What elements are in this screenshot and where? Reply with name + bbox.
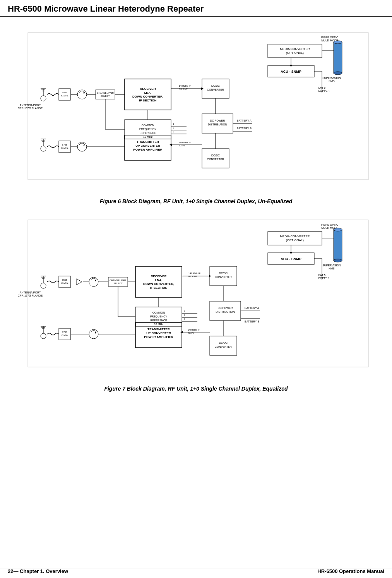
svg-text:6555: 6555 [62, 279, 67, 281]
svg-text:COMMON: COMMON [141, 124, 154, 127]
svg-point-3 [41, 96, 46, 101]
figure6-section: ANTENNA PORT CPR-137G FLANGE 6555 ±1MHz … [12, 29, 380, 204]
svg-point-185 [334, 259, 342, 262]
svg-point-147 [89, 329, 98, 339]
svg-text:CHANNEL PAIR: CHANNEL PAIR [97, 92, 114, 94]
svg-text:1: 1 [184, 310, 185, 312]
figure6-caption: Figure 6 Block Diagram, RF Unit, 1+0 Sin… [12, 198, 380, 204]
svg-text:FREQUENCY: FREQUENCY [139, 128, 156, 131]
svg-text:DISTRIBUTION: DISTRIBUTION [216, 310, 235, 313]
svg-text:DC/DC: DC/DC [211, 154, 219, 157]
svg-point-88 [334, 72, 342, 75]
page-title: HR-6500 Microwave Linear Heterodyne Repe… [8, 4, 384, 14]
svg-text:SELECT: SELECT [101, 95, 110, 97]
svg-text:DISTRIBUTION: DISTRIBUTION [208, 123, 227, 126]
svg-text:UP CONVERTER: UP CONVERTER [135, 144, 160, 148]
svg-text:10 MHz: 10 MHz [154, 323, 163, 326]
svg-text:TRANSMITTER: TRANSMITTER [147, 328, 170, 331]
svg-text:COPPER: COPPER [318, 89, 330, 92]
svg-text:DC POWER: DC POWER [217, 307, 233, 309]
svg-point-50 [77, 142, 87, 151]
svg-text:BATTERY A: BATTERY A [237, 119, 252, 122]
svg-rect-112 [108, 277, 128, 286]
svg-point-108 [89, 277, 98, 286]
figure7-section: ANTENNA PORT CPR-137G FLANGE 6555 ±1MHz [12, 216, 380, 392]
svg-text:±1MHz: ±1MHz [61, 334, 68, 336]
svg-text:CHANNEL PAIR: CHANNEL PAIR [110, 279, 127, 281]
svg-text:DC/DC: DC/DC [219, 341, 227, 344]
svg-text:ANTENNA PORT: ANTENNA PORT [19, 104, 41, 106]
svg-rect-116 [135, 266, 182, 297]
svg-point-139 [41, 333, 46, 339]
svg-rect-15 [96, 90, 115, 99]
svg-text:1: 1 [173, 123, 174, 125]
svg-text:TX IN: TX IN [179, 144, 185, 147]
svg-text:FIBRE OPTIC: FIBRE OPTIC [321, 223, 338, 226]
svg-text:140 MHz IF: 140 MHz IF [188, 272, 200, 274]
page-header: HR-6500 Microwave Linear Heterodyne Repe… [0, 0, 392, 17]
svg-text:CONVERTER: CONVERTER [207, 158, 224, 161]
svg-marker-148 [95, 332, 96, 334]
figure7-diagram: ANTENNA PORT CPR-137G FLANGE 6555 ±1MHz [12, 216, 380, 382]
svg-text:TRANSMITTER: TRANSMITTER [137, 140, 159, 144]
svg-text:RX OUT: RX OUT [188, 275, 197, 278]
svg-text:BATTERY B: BATTERY B [245, 320, 259, 323]
svg-text:±1MHz: ±1MHz [61, 147, 68, 149]
svg-text:BATTERY A: BATTERY A [245, 307, 259, 309]
svg-text:(OPTIONAL): (OPTIONAL) [286, 51, 304, 55]
svg-text:DOWN CONVERTER,: DOWN CONVERTER, [143, 282, 174, 286]
svg-text:RX OUT: RX OUT [179, 88, 188, 90]
svg-point-87 [334, 41, 342, 44]
svg-text:LNA,: LNA, [155, 278, 162, 282]
svg-text:ACU - SNMP: ACU - SNMP [281, 257, 301, 261]
svg-text:COMMON: COMMON [152, 311, 165, 314]
svg-text:DC POWER: DC POWER [210, 119, 225, 122]
svg-text:140 MHz IF: 140 MHz IF [179, 85, 191, 87]
svg-text:DC/DC: DC/DC [219, 272, 227, 274]
svg-text:2: 2 [173, 127, 174, 129]
svg-marker-61 [169, 144, 172, 146]
svg-text:±1MHz: ±1MHz [61, 94, 68, 97]
svg-rect-183 [334, 230, 342, 261]
svg-marker-51 [83, 145, 85, 146]
svg-rect-86 [334, 42, 342, 73]
svg-marker-12 [83, 93, 85, 94]
svg-text:ANTENNA PORT: ANTENNA PORT [19, 291, 41, 294]
svg-text:SUPERVISION: SUPERVISION [322, 77, 341, 79]
svg-text:6555: 6555 [62, 91, 67, 94]
footer-right: HR-6500 Operations Manual [317, 568, 384, 574]
svg-point-42 [41, 146, 46, 151]
svg-marker-27 [201, 87, 204, 90]
svg-text:CONVERTER: CONVERTER [215, 345, 232, 348]
svg-text:140 MHz IF: 140 MHz IF [179, 141, 191, 144]
svg-marker-180 [290, 252, 292, 254]
svg-text:POWER AMPLIFIER: POWER AMPLIFIER [133, 148, 162, 151]
svg-text:2: 2 [173, 130, 174, 133]
svg-text:RECEIVER: RECEIVER [151, 274, 166, 278]
svg-text:BATTERY B: BATTERY B [237, 127, 252, 130]
svg-text:6705: 6705 [62, 331, 67, 333]
svg-marker-124 [209, 275, 211, 277]
page-footer: 22— Chapter 1. Overview HR-6500 Operatio… [0, 568, 392, 574]
svg-marker-158 [180, 331, 183, 333]
svg-text:DOWN CONVERTER,: DOWN CONVERTER, [132, 95, 163, 98]
svg-text:POWER AMPLIFIER: POWER AMPLIFIER [144, 335, 173, 339]
svg-text:ACU - SNMP: ACU - SNMP [281, 70, 301, 74]
svg-text:COPPER: COPPER [318, 277, 330, 280]
svg-text:IF SECTION: IF SECTION [150, 286, 167, 290]
svg-text:SELECT: SELECT [113, 282, 123, 285]
svg-text:REFERENCE: REFERENCE [139, 132, 156, 134]
figure7-caption: Figure 7 Block Diagram, RF Unit, 1+0 Sin… [12, 386, 380, 392]
svg-text:UP CONVERTER: UP CONVERTER [146, 331, 171, 335]
svg-rect-0 [28, 33, 368, 180]
svg-text:FIBRE OPTIC: FIBRE OPTIC [321, 36, 338, 39]
page-body: ANTENNA PORT CPR-137G FLANGE 6555 ±1MHz … [0, 17, 392, 403]
svg-text:2: 2 [184, 318, 185, 320]
figure6-diagram: ANTENNA PORT CPR-137G FLANGE 6555 ±1MHz … [12, 29, 380, 195]
svg-point-99 [41, 283, 46, 288]
svg-text:REFERENCE: REFERENCE [150, 319, 167, 322]
svg-text:IF SECTION: IF SECTION [139, 99, 156, 102]
svg-marker-83 [290, 65, 292, 67]
svg-text:140 MHz IF: 140 MHz IF [188, 329, 200, 331]
svg-marker-109 [95, 280, 96, 281]
